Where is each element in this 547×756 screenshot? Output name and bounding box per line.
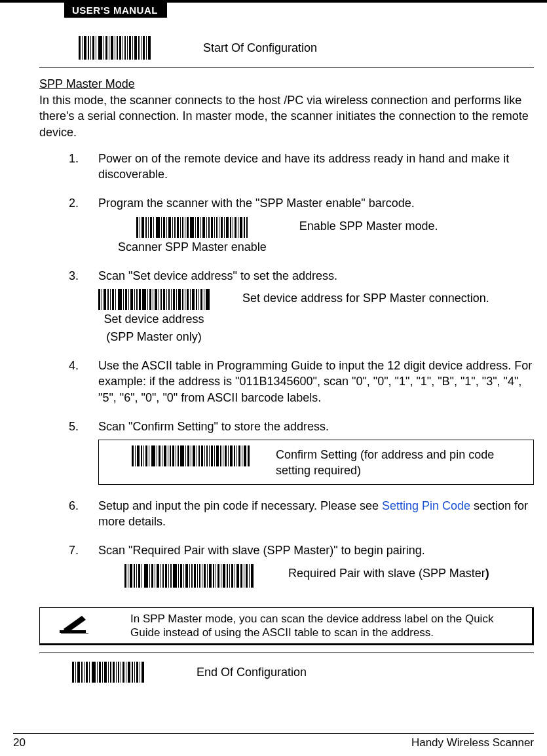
svg-rect-121 — [178, 445, 179, 466]
step-5-desc: Confirm Setting (for address and pin cod… — [276, 445, 527, 479]
svg-rect-47 — [197, 217, 199, 238]
svg-rect-40 — [177, 217, 179, 238]
svg-rect-115 — [162, 445, 162, 466]
svg-rect-93 — [176, 289, 177, 310]
svg-rect-113 — [157, 445, 157, 466]
set-device-address-barcode — [98, 289, 210, 310]
svg-rect-10 — [109, 36, 109, 60]
svg-rect-38 — [172, 217, 173, 238]
step-7-text: Scan "Required Pair with slave (SPP Mast… — [98, 544, 425, 557]
svg-rect-83 — [149, 289, 151, 310]
svg-rect-147 — [124, 564, 126, 588]
svg-rect-146 — [248, 445, 250, 466]
svg-rect-110 — [145, 445, 147, 466]
svg-rect-17 — [127, 36, 128, 60]
svg-rect-167 — [183, 564, 184, 588]
svg-rect-27 — [140, 217, 140, 238]
svg-rect-158 — [157, 564, 159, 588]
svg-rect-124 — [187, 445, 189, 466]
svg-rect-49 — [202, 217, 205, 238]
step-2-text: Program the scanner with the "SPP Master… — [98, 197, 415, 210]
svg-rect-80 — [139, 289, 141, 310]
step-2-desc: Enable SPP Master mode. — [299, 217, 534, 234]
svg-rect-66 — [98, 289, 100, 310]
svg-rect-85 — [155, 289, 157, 310]
step-7: Scan "Required Pair with slave (SPP Mast… — [98, 542, 534, 587]
svg-rect-172 — [197, 564, 198, 588]
header-tab: USER'S MANUAL — [64, 3, 167, 18]
svg-rect-72 — [115, 289, 116, 310]
svg-rect-205 — [97, 662, 98, 683]
svg-rect-33 — [156, 217, 160, 238]
svg-rect-139 — [228, 445, 229, 466]
svg-rect-65 — [246, 217, 248, 238]
svg-rect-190 — [246, 564, 248, 588]
setting-pin-code-link[interactable]: Setting Pin Code — [382, 499, 470, 512]
svg-rect-159 — [160, 564, 161, 588]
svg-rect-134 — [214, 445, 215, 466]
svg-rect-198 — [75, 662, 76, 683]
footer-title: Handy Wireless Scanner — [411, 736, 534, 749]
svg-rect-98 — [190, 289, 191, 310]
svg-rect-94 — [178, 289, 181, 310]
svg-rect-106 — [135, 445, 136, 466]
svg-rect-114 — [159, 445, 160, 466]
svg-rect-45 — [190, 217, 194, 238]
step-1: Power on of the remote device and have i… — [98, 151, 534, 183]
svg-rect-215 — [123, 662, 124, 683]
svg-rect-54 — [216, 217, 217, 238]
svg-rect-29 — [145, 217, 147, 238]
svg-rect-210 — [110, 662, 111, 683]
svg-rect-197 — [72, 662, 74, 683]
note-box: In SPP Master mode, you can scan the dev… — [39, 607, 534, 646]
step-2: Program the scanner with the "SPP Master… — [98, 195, 534, 255]
svg-rect-37 — [168, 217, 171, 238]
start-config-row: Start Of Configuration — [79, 36, 534, 60]
svg-rect-180 — [217, 564, 219, 588]
svg-rect-48 — [200, 217, 201, 238]
svg-rect-51 — [208, 217, 210, 238]
step-3-desc: Set device address for SPP Master connec… — [242, 289, 534, 306]
svg-rect-138 — [225, 445, 227, 466]
svg-rect-204 — [92, 662, 96, 683]
svg-rect-57 — [224, 217, 225, 238]
svg-rect-11 — [111, 36, 113, 60]
svg-rect-64 — [244, 217, 245, 238]
svg-rect-75 — [125, 289, 127, 310]
svg-rect-125 — [191, 445, 191, 466]
svg-rect-22 — [141, 36, 141, 60]
svg-rect-60 — [233, 217, 233, 238]
svg-rect-20 — [134, 36, 137, 60]
svg-rect-196 — [61, 633, 88, 634]
svg-rect-14 — [119, 36, 121, 60]
svg-rect-217 — [128, 662, 130, 683]
step-6-pre: Setup and input the pin code if necessar… — [98, 499, 382, 512]
svg-rect-53 — [214, 217, 215, 238]
svg-rect-46 — [195, 217, 196, 238]
svg-rect-104 — [206, 289, 210, 310]
svg-rect-211 — [113, 662, 115, 683]
svg-rect-63 — [240, 217, 242, 238]
svg-rect-181 — [221, 564, 221, 588]
step-6: Setup and input the pin code if necessar… — [98, 498, 534, 530]
step-3: Scan "Set device address" to set the add… — [98, 268, 534, 345]
svg-rect-199 — [77, 662, 80, 683]
svg-rect-140 — [230, 445, 233, 466]
svg-rect-44 — [187, 217, 189, 238]
confirm-setting-barcode — [132, 445, 250, 466]
svg-rect-177 — [209, 564, 212, 588]
svg-rect-171 — [194, 564, 196, 588]
svg-rect-19 — [132, 36, 133, 60]
svg-rect-154 — [144, 564, 148, 588]
svg-rect-42 — [182, 217, 183, 238]
svg-rect-23 — [143, 36, 145, 60]
spp-master-enable-barcode — [136, 217, 248, 238]
svg-rect-203 — [89, 662, 90, 683]
svg-rect-209 — [108, 662, 109, 683]
svg-rect-136 — [220, 445, 221, 466]
svg-rect-218 — [132, 662, 133, 683]
svg-rect-8 — [104, 36, 104, 60]
svg-rect-32 — [153, 217, 154, 238]
svg-rect-161 — [165, 564, 167, 588]
svg-rect-12 — [115, 36, 115, 60]
